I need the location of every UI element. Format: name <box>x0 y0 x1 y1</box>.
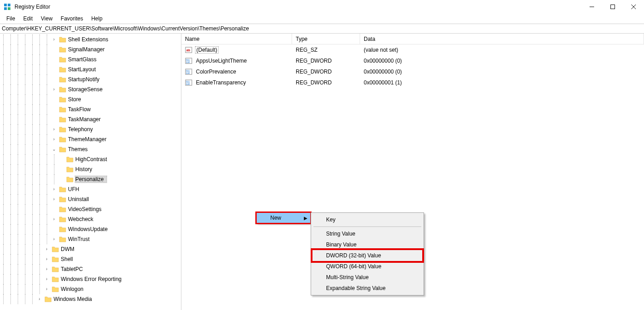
folder-icon <box>59 126 66 133</box>
ctx-sub-item-label: Binary Value <box>326 241 356 248</box>
tree-item[interactable]: ›Uninstall <box>0 194 181 204</box>
ctx-sub-item[interactable]: Expandable String Value <box>312 283 422 294</box>
tree-item-label: ThemeManager <box>68 136 109 143</box>
tree-item[interactable]: ›StorageSense <box>0 84 181 94</box>
tree-item[interactable]: ›UFH <box>0 184 181 194</box>
tree-item[interactable]: ⌄Themes <box>0 144 181 154</box>
tree-scroll[interactable]: ›Shell ExtensionsSignalManagerSmartGlass… <box>0 34 181 310</box>
menu-file[interactable]: File <box>3 15 19 23</box>
tree-item-label: DWM <box>61 246 77 252</box>
tree-item[interactable]: History <box>0 164 181 174</box>
folder-icon <box>52 256 59 262</box>
tree-item[interactable]: SignalManager <box>0 44 181 54</box>
chevron-right-icon[interactable]: › <box>44 274 50 284</box>
menu-help[interactable]: Help <box>88 15 106 23</box>
tree-item[interactable]: ›WinTrust <box>0 234 181 244</box>
address-bar[interactable]: Computer\HKEY_CURRENT_USER\Software\Micr… <box>0 24 644 34</box>
folder-icon <box>66 166 73 172</box>
folder-icon <box>59 56 66 63</box>
tree-item[interactable]: HighContrast <box>0 154 181 164</box>
col-header-name[interactable]: Name <box>181 34 292 44</box>
svg-rect-3 <box>8 7 10 10</box>
binary-value-icon: 011110 <box>185 79 192 86</box>
tree-item[interactable]: ›Telephony <box>0 124 181 134</box>
chevron-right-icon[interactable]: › <box>44 254 50 264</box>
regedit-icon <box>4 3 11 10</box>
ctx-sub-item[interactable]: QWORD (64-bit) Value <box>312 261 422 272</box>
ctx-sub-item[interactable]: String Value <box>312 228 422 239</box>
tree-item[interactable]: ›Windows Media <box>0 294 181 304</box>
close-button[interactable] <box>623 0 644 14</box>
chevron-right-icon[interactable]: › <box>51 194 57 204</box>
menu-favorites[interactable]: Favorites <box>57 15 87 23</box>
list-body: ab(Default)REG_SZ(value not set)011110Ap… <box>181 44 644 88</box>
tree-item[interactable]: StartupNotify <box>0 74 181 84</box>
svg-text:110: 110 <box>186 83 190 85</box>
context-menu[interactable]: New ▶ <box>256 212 311 223</box>
chevron-right-icon[interactable]: › <box>44 264 50 274</box>
context-submenu-new[interactable]: KeyString ValueBinary ValueDWORD (32-bit… <box>311 212 424 295</box>
list-row[interactable]: ab(Default)REG_SZ(value not set) <box>181 44 644 55</box>
chevron-right-icon[interactable]: › <box>44 244 50 254</box>
tree-item[interactable]: ›DWM <box>0 244 181 254</box>
tree-item[interactable]: TaskFlow <box>0 104 181 114</box>
tree-item[interactable]: ›Shell Extensions <box>0 34 181 44</box>
menu-edit[interactable]: Edit <box>20 15 36 23</box>
ctx-sub-item[interactable]: Key <box>312 214 422 225</box>
tree-item[interactable]: TaskManager <box>0 114 181 124</box>
chevron-right-icon[interactable]: › <box>51 214 57 224</box>
chevron-right-icon[interactable]: › <box>44 284 50 294</box>
chevron-right-icon[interactable]: › <box>36 294 43 304</box>
tree-item[interactable]: ›TabletPC <box>0 264 181 274</box>
tree-item[interactable]: ›Shell <box>0 254 181 264</box>
tree-item-label: WinTrust <box>68 236 93 242</box>
menubar: File Edit View Favorites Help <box>0 14 644 24</box>
ctx-sub-item-label: Key <box>326 217 336 223</box>
col-header-data[interactable]: Data <box>360 34 644 44</box>
tree-item[interactable]: ›Winlogon <box>0 284 181 294</box>
tree-item[interactable]: Store <box>0 94 181 104</box>
svg-rect-2 <box>4 7 7 10</box>
list-row[interactable]: 011110EnableTransparencyREG_DWORD0x00000… <box>181 77 644 88</box>
svg-rect-5 <box>611 5 615 9</box>
tree-item-label: Windows Media <box>54 296 95 302</box>
address-text: Computer\HKEY_CURRENT_USER\Software\Micr… <box>2 25 249 32</box>
tree-item[interactable]: SmartGlass <box>0 54 181 64</box>
ctx-sub-item-label: String Value <box>326 231 355 237</box>
tree-item[interactable]: ›Webcheck <box>0 214 181 224</box>
folder-icon <box>59 236 66 242</box>
list-row[interactable]: 011110AppsUseLightThemeREG_DWORD0x000000… <box>181 55 644 66</box>
maximize-button[interactable] <box>602 0 623 14</box>
tree-item-label: StartLayout <box>68 66 98 73</box>
tree-item[interactable]: ›Windows Error Reporting <box>0 274 181 284</box>
chevron-down-icon[interactable]: ⌄ <box>51 144 57 154</box>
ctx-item-new[interactable]: New ▶ <box>257 213 310 223</box>
tree-item[interactable]: VideoSettings <box>0 204 181 214</box>
chevron-right-icon[interactable]: › <box>51 124 57 134</box>
ctx-sub-item[interactable]: Multi-String Value <box>312 272 422 283</box>
value-data: (value not set) <box>360 47 644 53</box>
tree-item-label: UFH <box>68 186 82 192</box>
col-header-type[interactable]: Type <box>292 34 360 44</box>
tree-item-label: StartupNotify <box>68 76 102 83</box>
tree-item[interactable]: Personalize <box>0 174 181 184</box>
ctx-sub-item[interactable]: DWORD (32-bit) Value <box>312 250 422 261</box>
chevron-right-icon[interactable]: › <box>51 34 57 44</box>
tree-item[interactable]: WindowsUpdate <box>0 224 181 234</box>
menu-view[interactable]: View <box>37 15 56 23</box>
chevron-right-icon[interactable]: › <box>51 134 57 144</box>
chevron-right-icon[interactable]: › <box>51 84 57 94</box>
chevron-right-icon[interactable]: › <box>51 234 57 244</box>
ctx-sub-item-label: QWORD (64-bit) Value <box>326 263 381 270</box>
titlebar: Registry Editor <box>0 0 644 14</box>
tree-item[interactable]: StartLayout <box>0 64 181 74</box>
tree-item[interactable]: ›ThemeManager <box>0 134 181 144</box>
chevron-right-icon[interactable]: › <box>51 184 57 194</box>
tree-pane: ›Shell ExtensionsSignalManagerSmartGlass… <box>0 34 181 310</box>
list-row[interactable]: 011110ColorPrevalenceREG_DWORD0x00000000… <box>181 66 644 77</box>
ctx-sub-item[interactable]: Binary Value <box>312 239 422 250</box>
minimize-button[interactable] <box>581 0 602 14</box>
tree-item-label: Windows Error Reporting <box>61 276 124 282</box>
value-name: ColorPrevalence <box>195 69 237 75</box>
svg-text:110: 110 <box>186 61 190 64</box>
